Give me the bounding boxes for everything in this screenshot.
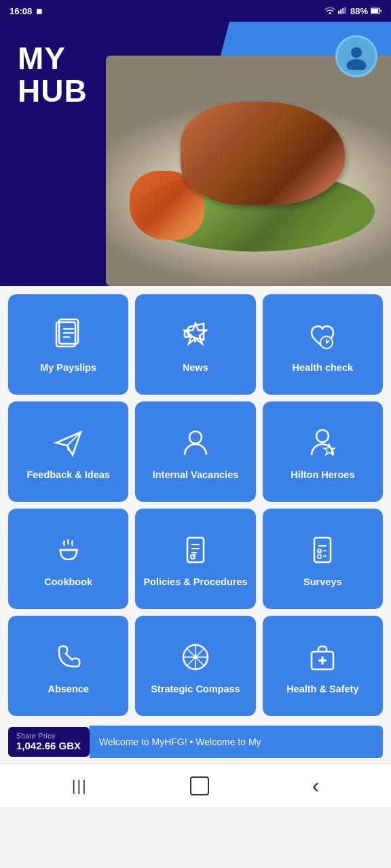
main-grid: My Payslips News Health check <box>0 286 391 720</box>
health-safety-icon <box>305 639 340 675</box>
svg-rect-33 <box>318 555 321 558</box>
absence-label: Absence <box>48 683 88 695</box>
grid-item-absence[interactable]: Absence <box>8 616 128 716</box>
signal-icon <box>338 6 348 16</box>
nav-home-button[interactable] <box>176 770 223 802</box>
cookbook-label: Cookbook <box>44 576 92 588</box>
grid-item-surveys[interactable]: Surveys <box>263 509 383 609</box>
feedback-label: Feedback & Ideas <box>26 469 110 481</box>
app-title: MY HUB <box>18 42 88 108</box>
policies-icon <box>178 532 213 568</box>
battery-display: 88% <box>350 6 368 16</box>
battery-icon <box>371 6 381 16</box>
heroes-icon <box>305 425 340 460</box>
absence-icon <box>51 639 86 675</box>
back-icon: ‹ <box>312 773 320 798</box>
grid-item-health-check[interactable]: Health check <box>263 294 383 395</box>
svg-point-7 <box>351 47 362 58</box>
nav-back-button[interactable]: ‹ <box>299 766 333 805</box>
health-safety-label: Health & Safety <box>286 683 358 695</box>
nav-menu-button[interactable]: ||| <box>58 770 101 802</box>
share-price-value: 1,042.66 GBX <box>16 740 81 751</box>
grid-item-hilton-heroes[interactable]: Hilton Heroes <box>263 401 383 502</box>
feedback-icon <box>51 425 86 460</box>
svg-point-40 <box>193 655 198 659</box>
news-icon <box>178 318 213 353</box>
svg-rect-23 <box>187 538 204 562</box>
grid-item-strategic-compass[interactable]: Strategic Compass <box>135 616 255 716</box>
grid-item-feedback-ideas[interactable]: Feedback & Ideas <box>8 401 128 502</box>
vacancies-icon <box>178 425 213 460</box>
vacancies-label: Internal Vacancies <box>153 469 239 481</box>
svg-rect-5 <box>371 8 378 12</box>
svg-rect-3 <box>344 7 346 14</box>
home-icon <box>190 776 209 795</box>
notification-icon: ◼ <box>36 7 42 16</box>
heroes-label: Hilton Heroes <box>291 469 354 481</box>
grid-item-internal-vacancies[interactable]: Internal Vacancies <box>135 401 255 502</box>
avatar-button[interactable] <box>335 35 377 77</box>
grid-item-cookbook[interactable]: Cookbook <box>8 509 128 609</box>
grid-item-policies-procedures[interactable]: Policies & Procedures <box>135 509 255 609</box>
grid-item-my-payslips[interactable]: My Payslips <box>8 294 128 395</box>
svg-rect-0 <box>338 10 339 14</box>
ticker-message: Welcome to MyHFG! • Welcome to My <box>90 726 383 758</box>
time-display: 16:08 <box>10 6 32 16</box>
nav-bar: ||| ‹ <box>0 764 391 807</box>
status-bar: 16:08 ◼ 88% <box>0 0 391 22</box>
svg-rect-2 <box>342 7 343 14</box>
ticker-bar: Share Price 1,042.66 GBX Welcome to MyHF… <box>0 720 391 764</box>
payslips-label: My Payslips <box>40 361 96 374</box>
svg-point-20 <box>316 430 329 442</box>
health-check-icon <box>305 318 340 353</box>
share-price-box: Share Price 1,042.66 GBX <box>8 727 90 757</box>
health-check-label: Health check <box>293 361 353 374</box>
menu-icon: ||| <box>72 777 88 795</box>
payslips-icon <box>51 318 86 353</box>
grid-item-news[interactable]: News <box>135 294 255 395</box>
news-label: News <box>183 361 208 374</box>
policies-label: Policies & Procedures <box>143 576 247 588</box>
compass-icon <box>178 639 213 675</box>
avatar-icon <box>343 43 370 70</box>
svg-point-19 <box>189 431 202 443</box>
share-price-label: Share Price <box>16 732 81 740</box>
hero-section: MY HUB <box>0 22 391 286</box>
cookbook-icon <box>51 532 86 568</box>
food-image <box>106 56 391 286</box>
svg-rect-29 <box>314 538 331 562</box>
svg-point-8 <box>347 59 367 70</box>
grid-item-health-safety[interactable]: Health & Safety <box>263 616 383 716</box>
surveys-icon <box>305 532 340 568</box>
svg-rect-6 <box>380 9 381 12</box>
surveys-label: Surveys <box>303 576 341 588</box>
strategic-compass-label: Strategic Compass <box>151 683 240 695</box>
wifi-icon <box>324 6 335 16</box>
svg-rect-1 <box>340 9 341 14</box>
ticker-text: Welcome to MyHFG! • Welcome to My <box>99 736 261 747</box>
